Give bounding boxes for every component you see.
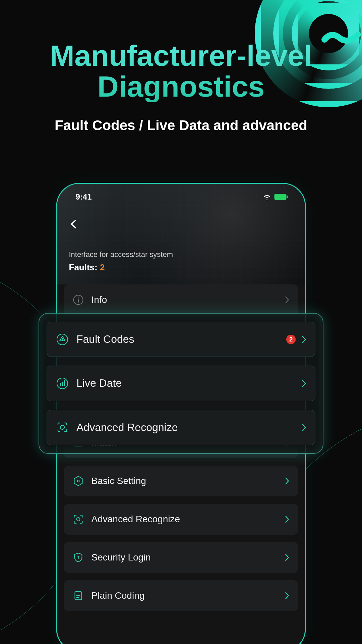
svg-point-5: [77, 518, 80, 521]
document-icon: [73, 590, 84, 601]
hero-title-line1: Manufacturer-level: [50, 39, 312, 72]
svg-point-4: [77, 480, 79, 482]
status-bar: 9:41: [57, 184, 305, 204]
svg-point-6: [77, 556, 79, 557]
status-time: 9:41: [76, 192, 92, 202]
chevron-right-icon: [285, 477, 290, 485]
faults-label: Faults:: [69, 262, 100, 272]
hero-heading: Manufacturer-level Diagnostics Fault Cod…: [0, 40, 362, 133]
back-button[interactable]: [69, 219, 79, 229]
menu-item-basic-setting[interactable]: Basic Setting: [64, 466, 298, 496]
chevron-right-icon: [285, 296, 290, 304]
svg-rect-2: [78, 299, 79, 303]
menu-label: Plain Coding: [92, 590, 285, 601]
menu-label: Basic Setting: [92, 476, 285, 486]
info-icon: [73, 294, 84, 306]
scan-icon: [56, 421, 69, 434]
highlight-item-adv-recognize[interactable]: Advanced Recognize: [47, 410, 315, 445]
hex-icon: [73, 475, 84, 487]
faults-line: Faults: 2: [69, 262, 173, 273]
chevron-right-icon: [285, 553, 290, 561]
chevron-right-icon: [302, 423, 306, 431]
menu-item-info[interactable]: Info: [64, 284, 298, 315]
menu-label: Info: [92, 294, 285, 305]
warning-icon: [56, 333, 69, 346]
menu-item-adv-recognize-2[interactable]: Advanced Recognize: [64, 504, 298, 535]
shield-icon: [73, 552, 84, 563]
highlight-item-fault-codes[interactable]: Fault Codes 2: [47, 322, 315, 357]
svg-point-19: [60, 425, 64, 429]
faults-count: 2: [100, 262, 105, 272]
header-subtitle: Interface for access/star system: [69, 250, 173, 259]
highlight-item-live-date[interactable]: Live Date: [47, 366, 315, 401]
chevron-right-icon: [285, 515, 290, 523]
header-info: Interface for access/star system Faults:…: [69, 250, 173, 273]
svg-rect-7: [78, 557, 78, 559]
menu-item-plain-coding[interactable]: Plain Coding: [64, 580, 298, 611]
highlight-panel: Fault Codes 2 Live Date Advanced Recogni…: [39, 313, 323, 454]
chevron-right-icon: [285, 592, 290, 600]
chevron-right-icon: [302, 335, 306, 343]
menu-label: Security Login: [92, 552, 285, 563]
menu-item-security-login[interactable]: Security Login: [64, 542, 298, 573]
wifi-icon: [263, 194, 271, 200]
hero-subtitle: Fault Codes / Live Data and advanced: [0, 117, 362, 133]
svg-point-1: [78, 297, 79, 298]
fault-badge: 2: [286, 335, 296, 344]
menu-label: Fault Codes: [76, 333, 286, 345]
menu-label: Advanced Recognize: [76, 421, 302, 434]
chevron-right-icon: [302, 379, 306, 387]
scan-icon: [73, 514, 84, 525]
hero-title-line2: Diagnostics: [98, 70, 265, 103]
menu-label: Advanced Recognize: [92, 514, 285, 525]
svg-point-14: [62, 340, 63, 340]
menu-label: Live Date: [76, 377, 302, 389]
chart-icon: [56, 377, 69, 390]
battery-icon: [275, 194, 287, 200]
